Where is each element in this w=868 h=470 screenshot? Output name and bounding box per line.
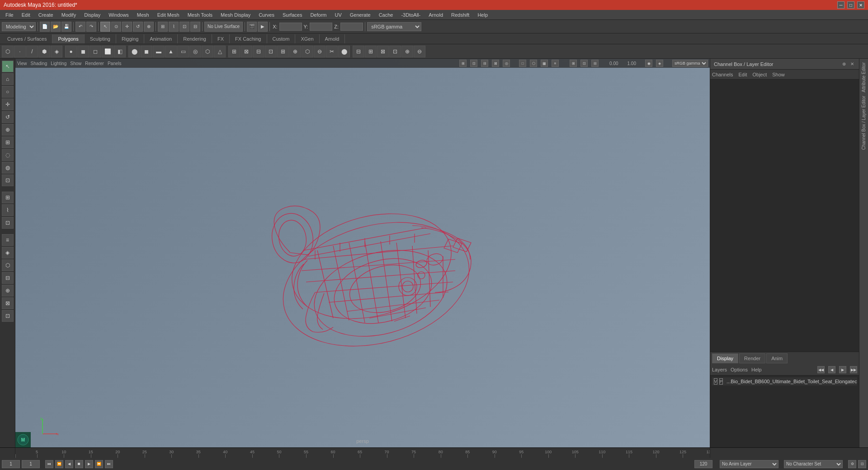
y-input[interactable] [310,23,332,31]
vp-tool6[interactable]: ◉ [645,60,652,67]
menu-display[interactable]: Display [80,11,104,19]
bb-extra2[interactable]: ⊡ [858,460,866,468]
menu-arnold[interactable]: Arnold [425,11,447,19]
poly-cone-btn[interactable]: ▲ [165,46,177,57]
scale-tool[interactable]: ⊕ [144,22,154,32]
tab-polygons[interactable]: Polygons [52,34,84,43]
menu-uv[interactable]: UV [331,11,345,19]
move-tool[interactable]: ✛ [122,22,132,32]
menu-mesh-tools[interactable]: Mesh Tools [184,11,216,19]
menu-windows[interactable]: Windows [105,11,132,19]
snap-grid-left[interactable]: ⊞ [2,192,14,203]
tab-fx-caching[interactable]: FX Caching [230,34,267,43]
flat-shade-btn[interactable]: ◼ [77,46,89,57]
layer-menu-help[interactable]: Help [751,367,762,372]
step-back-btn[interactable]: ⏪ [55,460,63,468]
vp-cam2[interactable]: ⬡ [530,60,537,67]
insert-loop-btn[interactable]: ⊞ [277,46,289,57]
uv-editor-btn[interactable]: ⊟ [353,46,364,57]
maximize-button[interactable]: □ [847,1,854,9]
vp-cam3[interactable]: ▦ [541,60,548,67]
undo-button[interactable]: ↶ [75,22,85,32]
menu-generate[interactable]: Generate [346,11,374,19]
vp-cam1[interactable]: □ [519,60,526,67]
tab-rendering[interactable]: Rendering [178,34,212,43]
menu-deform[interactable]: Deform [307,11,330,19]
stop-btn[interactable]: ⏹ [75,460,83,468]
x-input[interactable] [279,23,302,31]
layout-btn[interactable]: ⊠ [377,46,389,57]
menu-edit-mesh[interactable]: Edit Mesh [154,11,183,19]
bb-extra1[interactable]: ⚙ [848,460,856,468]
vp-tool3[interactable]: ⊟ [481,60,488,67]
layer-next-btn[interactable]: ▶▶ [850,366,857,373]
layer-menu-layers[interactable]: Layers [712,367,727,372]
wire-shade-btn[interactable]: ◻ [90,46,101,57]
show-manip[interactable]: ⊡ [2,174,14,186]
smooth-shade-btn[interactable]: ● [65,46,77,57]
menu-surfaces[interactable]: Surfaces [279,11,306,19]
poly-cyl-btn[interactable]: ▬ [153,46,165,57]
menu-curves[interactable]: Curves [255,11,278,19]
display-tab-display[interactable]: Display [712,353,738,363]
play-fwd-btn[interactable]: ▶ [85,460,93,468]
snap-point[interactable]: ⊡ [179,22,189,32]
vp-tool5[interactable]: ◎ [503,60,510,67]
poly-plane-btn[interactable]: ▭ [177,46,189,57]
step-fwd-btn[interactable]: ⏩ [95,460,103,468]
list-item[interactable]: V P ...Bio_Bidet_BB600_Ultimate_Bidet_To… [712,377,857,385]
ipr-btn[interactable]: ▶ [258,22,268,32]
tool-settings-left[interactable]: ⊠ [2,297,14,309]
cut-btn[interactable]: ✂ [326,46,338,57]
vp-tool2[interactable]: ⊡ [470,60,477,67]
sculpt-tool-left[interactable]: ◍ [2,162,14,174]
vp-renderer[interactable]: Renderer [85,61,104,66]
vp-show[interactable]: Show [70,61,81,66]
vp-panels[interactable]: Panels [108,61,122,66]
current-frame-input[interactable] [22,460,40,468]
uvmap-btn[interactable]: ◈ [51,46,62,57]
merge-btn[interactable]: ⊟ [253,46,264,57]
face-mode-btn[interactable]: ⬢ [38,46,50,57]
menu-mesh-display[interactable]: Mesh Display [217,11,254,19]
vp-mode3[interactable]: ⊟ [591,60,599,67]
lasso-sel-tool[interactable]: ○ [2,86,14,98]
normalize-btn[interactable]: ⊡ [389,46,401,57]
no-live-surface-btn[interactable]: No Live Surface [204,22,243,32]
snap-curve[interactable]: ⌇ [169,22,179,32]
open-button[interactable]: 📂 [51,22,61,32]
poly-pyramid-btn[interactable]: △ [214,46,226,57]
cut-uv-btn[interactable]: ⊕ [401,46,413,57]
offset-edge-btn[interactable]: ⊕ [289,46,301,57]
vp-tool4[interactable]: ⊠ [492,60,499,67]
extrude-btn[interactable]: ⊞ [228,46,240,57]
redo-button[interactable]: ↷ [86,22,96,32]
select-tool[interactable]: ↖ [100,22,110,32]
snap-curve-left[interactable]: ⌇ [2,204,14,216]
z-input[interactable] [340,23,363,31]
minimize-button[interactable]: ─ [837,1,844,9]
poly-prism-btn[interactable]: ⬡ [202,46,213,57]
hyper-graph-left[interactable]: ⬡ [2,259,14,271]
ch-nav-object[interactable]: Object [752,72,767,77]
skip-start-btn[interactable]: ⏮ [45,460,53,468]
menu-modify[interactable]: Modify [58,11,80,19]
poly-cube-btn[interactable]: ◼ [141,46,152,57]
rotate-tool-left[interactable]: ↺ [2,111,14,123]
vp-mode2[interactable]: ⊡ [580,60,588,67]
render-btn[interactable]: 🎬 [247,22,257,32]
sew-uv-btn[interactable]: ⊖ [414,46,425,57]
snap-grid[interactable]: ⊞ [158,22,168,32]
universal-manip[interactable]: ⊞ [2,136,14,148]
menu-mesh[interactable]: Mesh [133,11,153,19]
tab-sculpting[interactable]: Sculpting [85,34,116,43]
layer-vis-v[interactable]: V [714,378,717,385]
move-tool-left[interactable]: ✛ [2,99,14,110]
tab-animation[interactable]: Animation [144,34,178,43]
tab-xgen[interactable]: XGen [295,34,319,43]
ch-expand-icon[interactable]: ⊕ [841,61,847,67]
menu-redshift[interactable]: Redshift [448,11,473,19]
object-mode-btn[interactable]: ⬡ [2,46,14,57]
play-back-btn[interactable]: ◀ [65,460,73,468]
select-tool-left[interactable]: ↖ [2,61,14,72]
